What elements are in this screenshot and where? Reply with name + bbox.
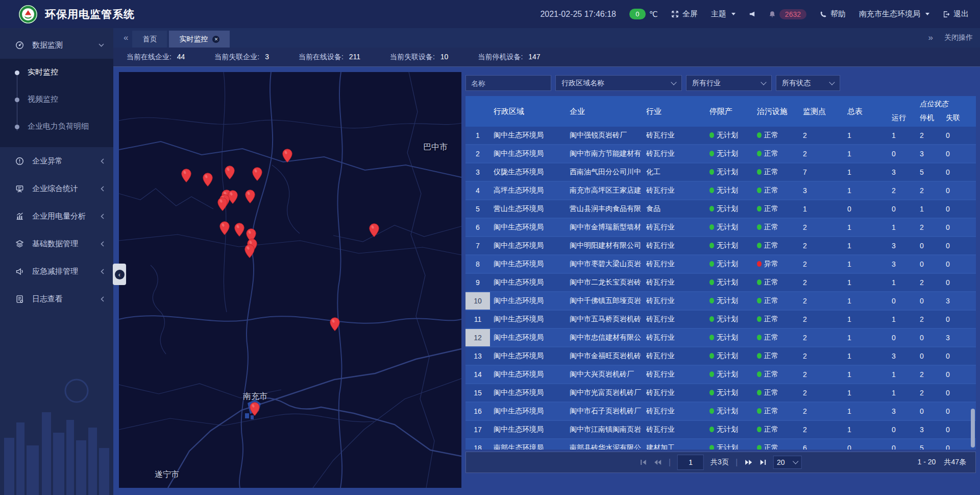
table-row[interactable]: 7 阆中生态环境局 阆中明阳建材有限公司 砖瓦行业 无计划 正常 2 1 3 0… — [465, 237, 976, 255]
logout-button[interactable]: 退出 — [943, 9, 969, 19]
next-page-button[interactable] — [744, 459, 752, 466]
close-tab-icon[interactable]: ✕ — [212, 36, 219, 43]
sidebar-item-realtime-monitoring[interactable]: 实时监控 — [0, 59, 113, 86]
region-select[interactable]: 行政区域名称 — [555, 75, 682, 91]
cell-limit-status: 无计划 — [709, 370, 757, 379]
cell-region: 阆中生态环境局 — [494, 241, 570, 250]
table-row[interactable]: 5 营山生态环境局 营山县润丰肉食品有限 食品 无计划 正常 1 0 0 1 0 — [465, 200, 976, 219]
notification-button[interactable]: 2632 — [769, 9, 806, 19]
map-pin-icon[interactable] — [225, 166, 235, 180]
map-pin-icon[interactable] — [219, 221, 230, 235]
map-pin-icon[interactable] — [234, 223, 245, 237]
facility-status-text: 正常 — [764, 204, 778, 213]
column-group-point-status: 点位状态 运行 停机 失联 — [892, 96, 976, 127]
map-pin-icon[interactable] — [282, 149, 293, 163]
sidebar-item-power-load-detail[interactable]: 企业电力负荷明细 — [0, 113, 113, 140]
page-size-select[interactable]: 20 — [773, 456, 801, 469]
table-row[interactable]: 9 阆中生态环境局 阆中市二龙长宝页岩砖 砖瓦行业 无计划 正常 2 1 1 2… — [465, 274, 976, 292]
close-operations-button[interactable]: 关闭操作 — [944, 33, 973, 42]
table-row[interactable]: 12 阆中生态环境局 阆中市忠信建材有限公 砖瓦行业 无计划 正常 2 1 0 … — [465, 329, 976, 347]
table-row[interactable]: 17 阆中生态环境局 阆中市江南镇阆南页岩 砖瓦行业 无计划 正常 2 1 0 … — [465, 421, 976, 439]
map-canvas[interactable]: 巴中市南充市遂宁市 — [119, 72, 461, 488]
sidebar-item-video-monitoring[interactable]: 视频监控 — [0, 86, 113, 113]
cell-lost-count: 0 — [946, 352, 976, 360]
map-pin-icon[interactable] — [181, 169, 192, 183]
status-dot-icon — [757, 316, 762, 322]
table-row[interactable]: 2 阆中生态环境局 阆中市南方节能建材有 砖瓦行业 无计划 正常 2 1 0 3… — [465, 145, 976, 163]
cell-facility-status: 正常 — [757, 149, 803, 158]
column-header-stopped: 停机 — [920, 113, 946, 123]
cell-company: 阆中千佛镇五郎垭页岩 — [570, 296, 646, 305]
map-pin-icon[interactable] — [330, 317, 340, 332]
cell-industry: 砖瓦行业 — [646, 351, 709, 361]
column-header-industry: 行业 — [646, 96, 709, 127]
table-row[interactable]: 15 阆中生态环境局 阆中市光富页岩机砖厂 砖瓦行业 无计划 正常 2 1 1 … — [465, 384, 976, 403]
cell-facility-status: 正常 — [757, 315, 803, 324]
tabs-scroll-right-button[interactable]: » — [928, 33, 931, 43]
map-pin-icon[interactable] — [252, 167, 263, 181]
row-number: 17 — [465, 421, 490, 438]
cell-company: 营山县润丰肉食品有限 — [570, 204, 646, 214]
cell-facility-status: 正常 — [757, 407, 803, 416]
sidebar-group[interactable]: 企业用电量分析 — [0, 202, 113, 230]
page-number-input[interactable] — [677, 455, 704, 470]
theme-menu-button[interactable]: 主题 — [711, 9, 736, 19]
name-search-input[interactable] — [465, 75, 551, 91]
map-pin-icon[interactable] — [203, 173, 213, 187]
table-row[interactable]: 18 南部生态环境局 南部县砖华水泥有限公 建材加工 无计划 正常 6 0 0 … — [465, 439, 976, 450]
cell-monitor-points: 7 — [803, 168, 847, 176]
page-title: 环保用电监管系统 — [45, 7, 135, 21]
sidebar-group[interactable]: 基础数据管理 — [0, 230, 113, 257]
tab-realtime-monitoring[interactable]: 实时监控 ✕ — [169, 31, 230, 48]
row-number: 12 — [465, 329, 490, 346]
sidebar-group-data-monitoring[interactable]: 数据监测 — [0, 31, 113, 59]
table-row[interactable]: 1 阆中生态环境局 阆中强锐页岩砖厂 砖瓦行业 无计划 正常 2 1 1 2 0 — [465, 127, 976, 145]
chevron-down-icon — [925, 13, 929, 15]
table-row[interactable]: 10 阆中生态环境局 阆中千佛镇五郎垭页岩 砖瓦行业 无计划 正常 2 1 0 … — [465, 292, 976, 311]
previous-page-button[interactable] — [654, 459, 662, 466]
first-page-button[interactable] — [640, 459, 647, 466]
facility-status-text: 正常 — [764, 388, 778, 396]
map-panel-collapse-button[interactable]: ‹ — [113, 264, 126, 285]
facility-status-text: 正常 — [764, 278, 778, 286]
cell-region: 高坪生态环境局 — [494, 186, 570, 195]
cell-limit-status: 无计划 — [709, 443, 757, 450]
sidebar-group[interactable]: 应急减排管理 — [0, 257, 113, 285]
cell-limit-status: 无计划 — [709, 333, 757, 342]
stat-value: 3 — [265, 53, 269, 61]
facility-status-text: 正常 — [764, 333, 778, 341]
map-pin-icon[interactable] — [217, 197, 228, 211]
help-button[interactable]: 帮助 — [820, 9, 846, 19]
tabs-scroll-left-button[interactable]: « — [124, 33, 126, 43]
table-scrollbar-thumb[interactable] — [971, 409, 975, 447]
limit-status-text: 无计划 — [717, 168, 738, 176]
gauge-icon — [15, 41, 26, 50]
table-row[interactable]: 11 阆中生态环境局 阆中市五马桥页岩机砖 砖瓦行业 无计划 正常 2 1 1 … — [465, 311, 976, 329]
table-row[interactable]: 8 阆中生态环境局 阆中市枣碧大梁山页岩 砖瓦行业 无计划 异常 2 1 3 0… — [465, 255, 976, 274]
last-page-button[interactable] — [759, 459, 766, 466]
table-row[interactable]: 4 高坪生态环境局 南充市高坪区王家店建 砖瓦行业 无计划 正常 3 1 2 2… — [465, 182, 976, 200]
logout-icon — [943, 11, 950, 18]
sidebar-group[interactable]: 企业综合统计 — [0, 175, 113, 202]
table-row[interactable]: 6 阆中生态环境局 阆中市金博瑞新型墙材 砖瓦行业 无计划 正常 2 1 1 2… — [465, 219, 976, 237]
sidebar-group[interactable]: 日志查看 — [0, 285, 113, 313]
cell-facility-status: 正常 — [757, 370, 803, 379]
sidebar-group[interactable]: 企业异常 — [0, 147, 113, 175]
sound-mute-button[interactable] — [749, 11, 755, 17]
table-row[interactable]: 3 仪陇生态环境局 西南油气田分公司川中 化工 无计划 正常 7 1 3 5 0 — [465, 163, 976, 182]
map-pin-icon[interactable] — [250, 402, 260, 416]
org-menu-button[interactable]: 南充市生态环境局 — [859, 9, 929, 19]
map-pin-icon[interactable] — [369, 223, 380, 238]
status-select[interactable]: 所有状态 — [776, 75, 840, 91]
map-pin-icon[interactable] — [244, 244, 255, 258]
cell-total-meters: 1 — [847, 370, 892, 379]
table-row[interactable]: 13 阆中生态环境局 阆中市金福旺页岩机砖 砖瓦行业 无计划 正常 2 1 3 … — [465, 347, 976, 366]
tab-home[interactable]: 首页 — [132, 31, 167, 48]
table-row[interactable]: 16 阆中生态环境局 阆中市石子页岩机砖厂 砖瓦行业 无计划 正常 2 1 3 … — [465, 403, 976, 421]
cell-industry: 化工 — [646, 168, 709, 177]
map-pin-icon[interactable] — [245, 190, 256, 204]
table-row[interactable]: 14 阆中生态环境局 阆中大兴页岩机砖厂 砖瓦行业 无计划 正常 2 1 1 2… — [465, 366, 976, 384]
industry-select[interactable]: 所有行业 — [686, 75, 772, 91]
row-number: 11 — [465, 311, 490, 328]
fullscreen-button[interactable]: 全屏 — [671, 9, 698, 19]
